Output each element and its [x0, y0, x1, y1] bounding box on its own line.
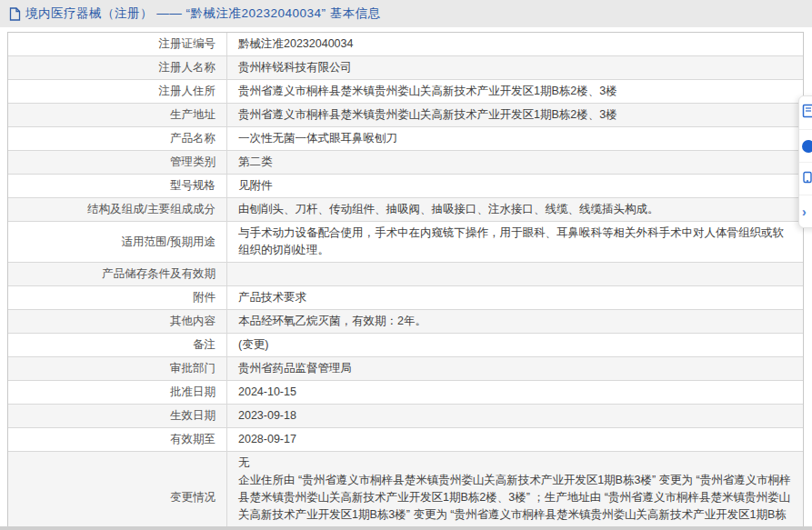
table-row: 有效期至2028-09-17	[8, 428, 803, 452]
row-label: 产品名称	[8, 127, 226, 150]
row-label-text: 附件	[193, 291, 216, 304]
row-label: 结构及组成/主要组成成分	[8, 198, 226, 221]
row-label: 批准日期	[8, 381, 226, 404]
row-label-text: 注册人住所	[159, 85, 216, 97]
registration-info-table: 注册证编号黔械注准20232040034注册人名称贵州梓锐科技有限公司注册人住所…	[7, 32, 804, 530]
row-label: 产品储存条件及有效期	[8, 263, 226, 285]
row-value-text: 无 企业住所由 “贵州省遵义市桐梓县楚米镇贵州娄山关高新技术产业开发区1期B栋3…	[238, 455, 792, 530]
row-label-text: 管理类别	[170, 155, 216, 168]
document-icon	[802, 104, 812, 122]
row-value: 无 企业住所由 “贵州省遵义市桐梓县楚米镇贵州娄山关高新技术产业开发区1期B栋3…	[226, 452, 803, 530]
row-label: 变更情况	[8, 486, 226, 509]
row-label-text: 审批部门	[170, 362, 216, 375]
row-label-text: 生效日期	[170, 409, 216, 422]
phone-icon	[802, 171, 812, 187]
table-row: 其他内容本品经环氧乙烷灭菌，有效期：2年。	[8, 310, 803, 334]
row-value: 贵州省遵义市桐梓县楚米镇贵州娄山关高新技术产业开发区1期B栋2楼、3楼	[226, 104, 803, 126]
row-value: 贵州省药品监督管理局	[226, 357, 803, 380]
row-label-text: 型号规格	[170, 179, 216, 192]
row-label: 生产地址	[8, 104, 226, 126]
row-value: 黔械注准20232040034	[226, 33, 803, 55]
table-row: 型号规格见附件	[8, 175, 803, 198]
row-value: 由刨削头、刀杆、传动组件、抽吸阀、抽吸接口、注水接口、线缆、线缆插头构成。	[226, 198, 803, 221]
table-row: 产品名称一次性无菌一体式眼耳鼻喉刨刀	[8, 127, 803, 151]
row-label-text: 备注	[193, 338, 216, 351]
row-value-text: 黔械注准20232040034	[238, 35, 353, 53]
page: 境内医疗器械（注册） —— “黔械注准20232040034” 基本信息 注册证…	[0, 0, 812, 530]
row-label: 附件	[8, 286, 226, 309]
row-value-text: 产品技术要求	[238, 289, 306, 306]
page-header: 境内医疗器械（注册） —— “黔械注准20232040034” 基本信息	[0, 0, 812, 27]
chevron-right-icon: ›	[802, 205, 807, 219]
row-value: 2028-09-17	[226, 428, 803, 451]
message-circle-icon	[802, 140, 812, 153]
row-label-text: 生产地址	[170, 108, 216, 121]
row-value-text: 贵州省遵义市桐梓县楚米镇贵州娄山关高新技术产业开发区1期B栋2楼、3楼	[238, 83, 617, 100]
table-row: 审批部门贵州省药品监督管理局	[8, 357, 803, 381]
row-label: 生效日期	[8, 405, 226, 427]
row-value-text: 一次性无菌一体式眼耳鼻喉刨刀	[238, 130, 397, 147]
table-row: 生效日期2023-09-18	[8, 405, 803, 428]
row-value: 见附件	[226, 175, 803, 197]
toolbar-message-button[interactable]	[799, 129, 812, 162]
row-value: 与手术动力设备配合使用，手术中在内窥镜下操作，用于眼科、耳鼻喉科等相关外科手术中…	[226, 222, 803, 262]
row-label-text: 变更情况	[170, 491, 216, 504]
row-value: 2024-10-15	[226, 381, 803, 404]
row-value	[226, 263, 803, 285]
row-label-text: 结构及组成/主要组成成分	[87, 203, 216, 215]
row-value-text: 贵州梓锐科技有限公司	[238, 59, 352, 76]
row-value-text: 贵州省遵义市桐梓县楚米镇贵州娄山关高新技术产业开发区1期B栋2楼、3楼	[238, 106, 617, 124]
row-value-text: 本品经环氧乙烷灭菌，有效期：2年。	[238, 313, 426, 330]
row-value: 产品技术要求	[226, 286, 803, 309]
table-row: 附件产品技术要求	[8, 286, 803, 310]
table-row: 生产地址贵州省遵义市桐梓县楚米镇贵州娄山关高新技术产业开发区1期B栋2楼、3楼	[8, 104, 803, 127]
table-row: 管理类别第二类	[8, 151, 803, 175]
row-value-text: 2023-09-18	[238, 407, 296, 425]
row-label-text: 产品名称	[170, 132, 216, 145]
row-label: 其他内容	[8, 310, 226, 333]
row-label: 有效期至	[8, 428, 226, 451]
row-value-text: (变更)	[238, 336, 268, 354]
table-row: 产品储存条件及有效期	[8, 263, 803, 286]
toolbar-collapse-button[interactable]: ›	[799, 195, 812, 227]
table-row: 批准日期2024-10-15	[8, 381, 803, 405]
document-icon	[9, 7, 21, 21]
row-label-text: 适用范围/预期用途	[122, 235, 216, 248]
row-value-text: 2028-09-17	[238, 431, 296, 448]
row-value: 一次性无菌一体式眼耳鼻喉刨刀	[226, 127, 803, 150]
row-label-text: 批准日期	[170, 385, 216, 398]
row-label-text: 有效期至	[170, 433, 216, 445]
row-label: 审批部门	[8, 357, 226, 380]
row-label: 注册证编号	[8, 33, 226, 55]
table-row: 注册人名称贵州梓锐科技有限公司	[8, 56, 803, 80]
floating-toolbar: ›	[798, 95, 812, 228]
row-value: (变更)	[226, 334, 803, 356]
row-label: 适用范围/预期用途	[8, 231, 226, 254]
row-value: 2023-09-18	[226, 405, 803, 427]
table-row: 结构及组成/主要组成成分由刨削头、刀杆、传动组件、抽吸阀、抽吸接口、注水接口、线…	[8, 198, 803, 222]
row-value-text: 见附件	[238, 177, 273, 195]
toolbar-phone-button[interactable]	[799, 162, 812, 195]
table-row: 适用范围/预期用途与手术动力设备配合使用，手术中在内窥镜下操作，用于眼科、耳鼻喉…	[8, 222, 803, 263]
bottom-strip	[0, 526, 812, 530]
row-label: 注册人名称	[8, 56, 226, 79]
row-label: 型号规格	[8, 175, 226, 197]
row-value-text: 2024-10-15	[238, 384, 296, 401]
row-label: 管理类别	[8, 151, 226, 174]
page-title: 境内医疗器械（注册） —— “黔械注准20232040034” 基本信息	[25, 5, 381, 22]
row-value-text: 第二类	[238, 154, 273, 171]
toolbar-document-button[interactable]	[799, 96, 812, 129]
row-value: 贵州梓锐科技有限公司	[226, 56, 803, 79]
table-row: 备注(变更)	[8, 334, 803, 357]
row-value: 贵州省遵义市桐梓县楚米镇贵州娄山关高新技术产业开发区1期B栋2楼、3楼	[226, 80, 803, 103]
row-value: 本品经环氧乙烷灭菌，有效期：2年。	[226, 310, 803, 333]
row-label-text: 注册证编号	[159, 37, 216, 50]
row-value-text: 贵州省药品监督管理局	[238, 360, 352, 377]
table-row: 注册人住所贵州省遵义市桐梓县楚米镇贵州娄山关高新技术产业开发区1期B栋2楼、3楼	[8, 80, 803, 104]
row-label: 备注	[8, 334, 226, 356]
row-label-text: 注册人名称	[159, 61, 216, 74]
row-label: 注册人住所	[8, 80, 226, 103]
row-value-text: 与手术动力设备配合使用，手术中在内窥镜下操作，用于眼科、耳鼻喉科等相关外科手术中…	[238, 225, 792, 259]
row-value: 第二类	[226, 151, 803, 174]
table-row: 变更情况无 企业住所由 “贵州省遵义市桐梓县楚米镇贵州娄山关高新技术产业开发区1…	[8, 452, 803, 530]
